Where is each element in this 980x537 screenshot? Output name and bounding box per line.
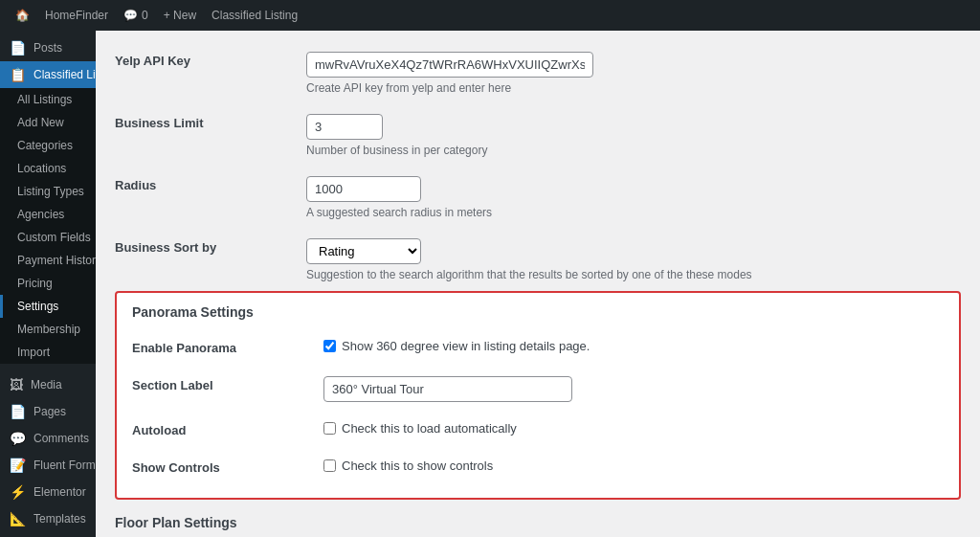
sidebar: 📄 Posts 📋 Classified Listing All Listing… (0, 31, 96, 537)
business-sort-by-row: Business Sort by Rating Distance Best Ma… (115, 229, 961, 291)
sidebar-item-locations[interactable]: Locations (0, 157, 96, 180)
posts-icon: 📄 (10, 40, 26, 56)
sidebar-item-pricing[interactable]: Pricing (0, 272, 96, 295)
radius-row: Radius A suggested search radius in mete… (115, 167, 961, 229)
business-sort-by-description: Suggestion to the search algorithm that … (306, 268, 951, 281)
autoload-label: Autoload (132, 423, 186, 437)
show-controls-checkbox[interactable] (323, 459, 336, 472)
panorama-settings-box: Panorama Settings Enable Panorama Show 3… (115, 291, 961, 500)
business-limit-row: Business Limit Number of business in per… (115, 104, 961, 167)
sidebar-item-posts[interactable]: 📄 Posts (0, 34, 96, 61)
comments-icon: 💬 (10, 431, 26, 446)
panorama-settings-title: Panorama Settings (132, 304, 944, 320)
admin-bar: 🏠 HomeFinder 💬 0 + New Classified Listin… (0, 0, 980, 31)
floor-plan-section: Floor Plan Settings Enable Floor Plan Ad… (115, 515, 961, 537)
show-controls-row: Show Controls Check this to show control… (132, 449, 944, 486)
main-wrap: Yelp API Key Create API key from yelp an… (96, 31, 980, 537)
sidebar-classified-submenu: All Listings Add New Categories Location… (0, 88, 96, 364)
section-label-panorama-row: Section Label (132, 367, 944, 412)
sidebar-item-all-listings[interactable]: All Listings (0, 88, 96, 111)
templates-icon: 📐 (10, 511, 26, 526)
content-area: Yelp API Key Create API key from yelp an… (96, 31, 980, 537)
business-limit-label: Business Limit (115, 116, 203, 130)
show-controls-checkbox-label: Check this to show controls (323, 459, 934, 473)
floor-plan-title: Floor Plan Settings (115, 515, 961, 530)
sidebar-item-settings[interactable]: Settings (0, 295, 96, 318)
enable-panorama-checkbox[interactable] (323, 340, 336, 352)
sidebar-item-pages[interactable]: 📄Pages (0, 398, 96, 425)
sidebar-item-import[interactable]: Import (0, 341, 96, 364)
section-label-panorama-input[interactable] (323, 376, 572, 402)
fluent-forms-icon: 📝 (10, 458, 26, 473)
sidebar-item-add-new[interactable]: Add New (0, 111, 96, 134)
business-limit-input[interactable] (306, 114, 383, 140)
admin-bar-site-name[interactable]: HomeFinder (37, 9, 116, 22)
sidebar-item-comments[interactable]: 💬Comments (0, 425, 96, 452)
enable-panorama-label: Enable Panorama (132, 341, 236, 355)
radius-label: Radius (115, 178, 156, 192)
panorama-form-table: Enable Panorama Show 360 degree view in … (132, 329, 944, 486)
business-sort-by-label: Business Sort by (115, 240, 216, 255)
business-limit-description: Number of business in per category (306, 144, 951, 157)
sidebar-item-fluent-forms[interactable]: 📝Fluent Forms (0, 452, 96, 479)
business-sort-by-select[interactable]: Rating Distance Best Match (306, 238, 421, 264)
sidebar-top-section: 📄 Posts 📋 Classified Listing All Listing… (0, 31, 96, 368)
sidebar-item-agencies[interactable]: Agencies (0, 203, 96, 226)
sidebar-bottom-section: 🖼Media 📄Pages 💬Comments 📝Fluent Forms ⚡E… (0, 368, 96, 537)
admin-bar-classified[interactable]: Classified Listing (204, 9, 305, 22)
sidebar-item-custom-fields[interactable]: Custom Fields (0, 226, 96, 249)
sidebar-item-membership[interactable]: Membership (0, 318, 96, 341)
sidebar-item-listing-types[interactable]: Listing Types (0, 180, 96, 203)
autoload-checkbox[interactable] (323, 422, 336, 435)
sidebar-item-media[interactable]: 🖼Media (0, 371, 96, 398)
sidebar-item-payment-history[interactable]: Payment History (0, 249, 96, 272)
admin-bar-comments[interactable]: 💬 0 (116, 9, 156, 22)
enable-panorama-row: Enable Panorama Show 360 degree view in … (132, 329, 944, 367)
sidebar-item-appearance[interactable]: 🎨Appearance (0, 532, 96, 537)
yelp-api-key-description: Create API key from yelp and enter here (306, 81, 951, 95)
autoload-row: Autoload Check this to load automaticall… (132, 412, 944, 449)
admin-bar-wp-logo[interactable]: 🏠 (8, 9, 37, 22)
autoload-checkbox-label: Check this to load automatically (323, 421, 934, 436)
show-controls-label: Show Controls (132, 460, 220, 475)
pages-icon: 📄 (10, 404, 26, 419)
elementor-icon: ⚡ (10, 484, 26, 500)
sidebar-item-elementor[interactable]: ⚡Elementor (0, 479, 96, 505)
classified-icon: 📋 (10, 67, 26, 82)
sidebar-item-classified-listing[interactable]: 📋 Classified Listing (0, 61, 96, 88)
sidebar-item-templates[interactable]: 📐Templates (0, 505, 96, 532)
yelp-api-key-row: Yelp API Key Create API key from yelp an… (115, 42, 961, 104)
sidebar-item-categories[interactable]: Categories (0, 134, 96, 157)
comment-icon: 💬 (123, 9, 138, 22)
section-label-panorama-label: Section Label (132, 378, 213, 392)
yelp-api-key-input[interactable] (306, 52, 593, 78)
media-icon: 🖼 (10, 377, 23, 392)
wp-icon: 🏠 (15, 9, 30, 22)
settings-form-table: Yelp API Key Create API key from yelp an… (115, 42, 961, 291)
enable-panorama-checkbox-label: Show 360 degree view in listing details … (323, 339, 934, 353)
yelp-api-key-label: Yelp API Key (115, 54, 190, 68)
radius-input[interactable] (306, 176, 421, 202)
radius-description: A suggested search radius in meters (306, 206, 951, 219)
admin-bar-new[interactable]: + New (156, 9, 204, 22)
